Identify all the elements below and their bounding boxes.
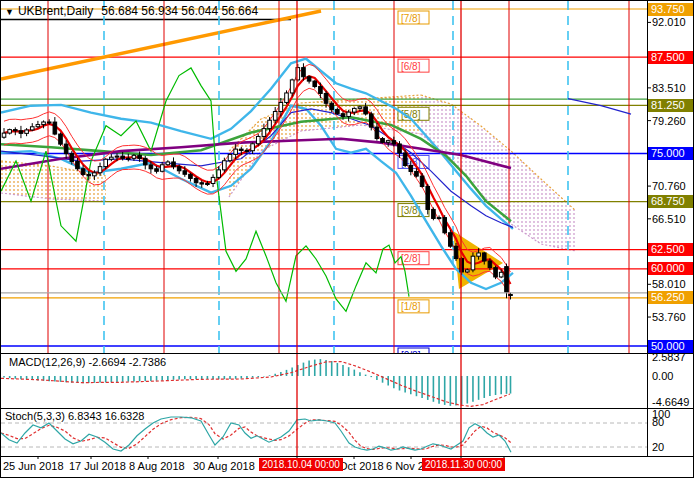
- candle-body: [2, 133, 6, 137]
- symbol-dropdown-icon[interactable]: ▼: [5, 7, 14, 17]
- price-level-badge: 87.500: [648, 51, 694, 64]
- candle-body: [110, 157, 114, 159]
- main-chart-panel: [7/8][6/8][5/8][4/8][3/8][2/8][1/8][0/8]: [1, 1, 647, 361]
- candle-body: [426, 186, 430, 209]
- candle-body: [36, 125, 40, 127]
- candle-body: [14, 130, 18, 131]
- candle-body: [437, 218, 441, 219]
- stoch-scale-label: 80: [652, 416, 664, 428]
- candle-body: [364, 107, 368, 114]
- candle-body: [64, 144, 68, 154]
- candle-body: [59, 134, 63, 144]
- candle-body: [70, 154, 74, 162]
- candle-body: [420, 176, 424, 186]
- candle-body: [392, 141, 396, 144]
- candle-body: [251, 144, 255, 151]
- candle-body: [194, 178, 198, 182]
- candle-body: [449, 233, 453, 246]
- price-axis-tick-label: 53.760: [652, 311, 686, 323]
- murrey-label: [2/8]: [401, 253, 421, 264]
- price-axis-tick-label: 58.010: [652, 278, 686, 290]
- candle-body: [166, 162, 170, 165]
- candle-body: [25, 130, 29, 133]
- candle-body: [353, 108, 357, 112]
- trading-chart-window: [7/8][6/8][5/8][4/8][3/8][2/8][1/8][0/8]…: [0, 0, 694, 478]
- candle-body: [8, 130, 12, 133]
- murrey-label: [1/8]: [401, 301, 421, 312]
- price-axis-tick-label: 83.510: [652, 82, 686, 94]
- time-axis-label: 25 Jun 2018: [3, 460, 64, 472]
- candle-body: [336, 109, 340, 113]
- candle-body: [466, 270, 470, 272]
- candle-body: [211, 177, 215, 183]
- candle-body: [398, 144, 402, 153]
- candle-body: [245, 150, 249, 151]
- candle-body: [206, 184, 210, 185]
- candle-body: [127, 158, 131, 159]
- chart-title: ▼UKBrent,Daily56.684 56.934 56.044 56.66…: [5, 4, 258, 18]
- candle-body: [262, 129, 266, 137]
- ohlc-values: 56.684 56.934 56.044 56.664: [101, 4, 258, 18]
- candle-body: [432, 209, 436, 218]
- candle-body: [409, 166, 413, 172]
- candle-body: [234, 149, 238, 154]
- candle-body: [307, 77, 311, 81]
- highlight-date-badge: 2018.11.30 00:00: [422, 458, 505, 471]
- highlight-date-badge: 2018.10.04 00:00: [259, 458, 343, 471]
- candle-body: [160, 165, 164, 172]
- candle-body: [42, 122, 46, 125]
- candle-body: [386, 141, 390, 143]
- candle-body: [324, 93, 328, 103]
- price-level-badge: 68.750: [648, 195, 694, 208]
- time-axis-label: 17 Jul 2018: [69, 460, 126, 472]
- candle-body: [381, 139, 385, 143]
- candle-body: [132, 155, 136, 158]
- price-level-badge: 81.250: [648, 99, 694, 112]
- candle-body: [369, 114, 373, 127]
- price-level-badge: 56.250: [648, 291, 694, 304]
- candle-body: [488, 261, 492, 268]
- orange-trendline: [1, 11, 321, 79]
- candle-body: [415, 171, 419, 176]
- price-level-badge: 60.000: [648, 262, 694, 275]
- candle-body: [228, 154, 232, 160]
- candle-body: [505, 267, 509, 292]
- price-axis-tick-label: 92.010: [652, 16, 686, 28]
- candle-body: [47, 122, 51, 123]
- candle-body: [285, 93, 289, 102]
- blue-projection: [568, 99, 631, 114]
- candle-body: [53, 122, 57, 134]
- macd-scale-label: 0.00: [652, 370, 673, 382]
- time-axis-label: 30 Aug 2018: [193, 460, 255, 472]
- candle-body: [138, 155, 142, 158]
- candle-body: [98, 167, 102, 173]
- price-level-badge: 93.750: [648, 3, 694, 16]
- candle-body: [403, 153, 407, 166]
- candle-body: [290, 80, 294, 93]
- candle-body: [155, 169, 159, 172]
- candle-body: [313, 81, 317, 86]
- time-axis-label: 8 Aug 2018: [129, 460, 185, 472]
- time-axis-label: Oct 2018: [339, 460, 384, 472]
- murrey-label: [7/8]: [401, 13, 421, 24]
- candle-body: [330, 103, 334, 109]
- candle-body: [375, 127, 379, 138]
- macd-indicator-label: MACD(12,26,9) -2.6694 -2.7386: [9, 356, 166, 368]
- candle-body: [223, 161, 227, 170]
- candle-body: [93, 173, 97, 176]
- candle-body: [172, 162, 176, 167]
- candle-body: [268, 120, 272, 128]
- candle-body: [499, 272, 503, 277]
- price-level-badge: 62.500: [648, 243, 694, 256]
- candle-body: [347, 112, 351, 116]
- chart-canvas: [7/8][6/8][5/8][4/8][3/8][2/8][1/8][0/8]: [1, 1, 694, 478]
- candle-body: [509, 295, 513, 296]
- candle-body: [358, 107, 362, 109]
- candle-body: [115, 156, 119, 157]
- murrey-label: [0/8]: [401, 350, 421, 361]
- candle-body: [121, 156, 125, 158]
- candle-body: [279, 102, 283, 111]
- candle-body: [256, 136, 260, 143]
- price-axis-tick-label: 66.510: [652, 213, 686, 225]
- murrey-label: [6/8]: [401, 61, 421, 72]
